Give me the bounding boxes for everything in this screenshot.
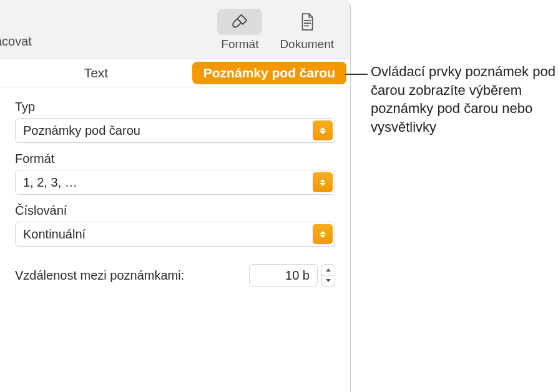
numbering-popup[interactable]: Kontinuální [15, 222, 335, 247]
stepper-buttons [321, 264, 335, 287]
chevrons-icon [313, 120, 333, 140]
spacing-label: Vzdálenost mezi poznámkami: [15, 268, 239, 283]
format-label: Formát [15, 152, 335, 166]
spacing-stepper: 10 b [249, 264, 335, 287]
stepper-up[interactable] [322, 265, 335, 275]
spacing-row: Vzdálenost mezi poznámkami: 10 b [15, 264, 335, 287]
format-popup[interactable]: 1, 2, 3, … [15, 170, 335, 195]
chevrons-icon [313, 224, 333, 244]
format-toolbar-button[interactable]: Formát [217, 9, 262, 51]
document-icon [285, 9, 330, 35]
spacing-input[interactable]: 10 b [249, 264, 318, 287]
type-popup[interactable]: Poznámky pod čarou [15, 118, 335, 143]
tab-footnotes[interactable]: Poznámky pod čarou [192, 62, 346, 84]
document-toolbar-button[interactable]: Dokument [280, 9, 334, 51]
callout-leader-line [345, 74, 368, 75]
spacing-value: 10 b [285, 268, 310, 283]
format-toolbar-label: Formát [221, 37, 258, 51]
tabs: Text Poznámky pod čarou [0, 59, 350, 87]
inspector-panel: acovat Formát Dokument [0, 0, 351, 392]
type-popup-value: Poznámky pod čarou [23, 124, 140, 138]
numbering-label: Číslování [15, 203, 335, 218]
document-toolbar-label: Dokument [280, 37, 334, 51]
toolbar: acovat Formát Dokument [0, 0, 350, 59]
tab-text[interactable]: Text [0, 59, 192, 87]
chevrons-icon [313, 172, 333, 192]
format-popup-value: 1, 2, 3, … [23, 175, 77, 190]
numbering-popup-value: Kontinuální [23, 227, 86, 242]
callout-text: Ovládací prvky poznámek pod čarou zobraz… [371, 62, 558, 137]
toolbar-left-truncated: acovat [0, 34, 32, 49]
type-label: Typ [15, 100, 335, 114]
footnotes-inspector: Typ Poznámky pod čarou Formát 1, 2, 3, …… [0, 87, 350, 287]
paintbrush-icon [217, 9, 262, 35]
stepper-down[interactable] [322, 275, 335, 287]
